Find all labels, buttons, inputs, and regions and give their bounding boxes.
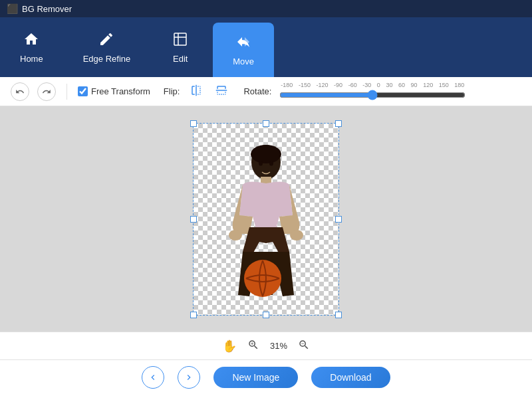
- zoom-in-button[interactable]: [247, 339, 259, 353]
- title-bar: ⬛ BG Remover: [0, 0, 532, 17]
- nav-label-edge-refine: Edge Refine: [83, 54, 131, 64]
- flip-horizontal-button[interactable]: [188, 83, 205, 100]
- svg-point-4: [251, 145, 281, 163]
- nav-label-home: Home: [20, 54, 43, 64]
- rotate-slider[interactable]: [279, 90, 466, 100]
- free-transform-checkbox[interactable]: [78, 86, 88, 96]
- handle-top-left[interactable]: [190, 120, 197, 127]
- free-transform-label[interactable]: Free Transform: [78, 86, 150, 96]
- handle-middle-right[interactable]: [335, 216, 342, 223]
- toolbar: Free Transform Flip: Rotate: -180-150-12…: [0, 77, 532, 106]
- prev-button[interactable]: [142, 366, 164, 389]
- redo-button[interactable]: [37, 82, 56, 101]
- edit-icon: [172, 31, 188, 50]
- edge-refine-icon: [98, 31, 114, 50]
- handle-bottom-left[interactable]: [190, 312, 197, 318]
- nav-item-edit[interactable]: Edit: [150, 17, 210, 77]
- home-icon: [23, 31, 39, 50]
- svg-rect-0: [174, 33, 186, 45]
- zoom-percent: 31%: [270, 341, 287, 351]
- nav-label-edit: Edit: [173, 54, 188, 64]
- app-title: BG Remover: [22, 4, 72, 14]
- footer: New Image Download: [0, 359, 532, 394]
- svg-point-10: [290, 230, 303, 241]
- nav-item-move[interactable]: Move: [213, 23, 274, 77]
- handle-bottom-right[interactable]: [335, 312, 342, 318]
- svg-point-9: [229, 230, 242, 241]
- rotate-ticks: -180-150-120-90-60-300306090120150180: [279, 82, 466, 88]
- handle-top-right[interactable]: [335, 120, 342, 127]
- handle-top-middle[interactable]: [263, 120, 269, 127]
- download-button[interactable]: Download: [311, 367, 390, 388]
- image-canvas[interactable]: [193, 123, 339, 316]
- nav-label-move: Move: [233, 56, 254, 66]
- handle-bottom-middle[interactable]: [263, 312, 269, 318]
- svg-point-8: [269, 161, 273, 165]
- rotate-label: Rotate:: [243, 86, 271, 96]
- status-bar: ✋ 31%: [0, 332, 532, 359]
- navbar: Home Edge Refine Edit Move: [0, 17, 532, 77]
- flip-label: Flip:: [164, 86, 180, 96]
- svg-point-7: [259, 161, 263, 165]
- nav-item-edge-refine[interactable]: Edge Refine: [63, 17, 151, 77]
- new-image-button[interactable]: New Image: [213, 367, 298, 388]
- zoom-out-button[interactable]: [298, 339, 310, 353]
- rotate-track: [279, 88, 466, 102]
- flip-vertical-button[interactable]: [213, 83, 230, 100]
- hand-icon: ✋: [222, 339, 237, 353]
- handle-middle-left[interactable]: [190, 216, 197, 223]
- app-icon: ⬛: [7, 3, 18, 14]
- nav-item-home[interactable]: Home: [0, 17, 63, 77]
- divider: [66, 84, 67, 100]
- undo-button[interactable]: [11, 82, 29, 101]
- next-button[interactable]: [178, 366, 200, 389]
- person-figure: [213, 136, 319, 315]
- move-icon: [235, 34, 251, 52]
- canvas-area: [0, 106, 532, 332]
- svg-point-6: [244, 260, 281, 297]
